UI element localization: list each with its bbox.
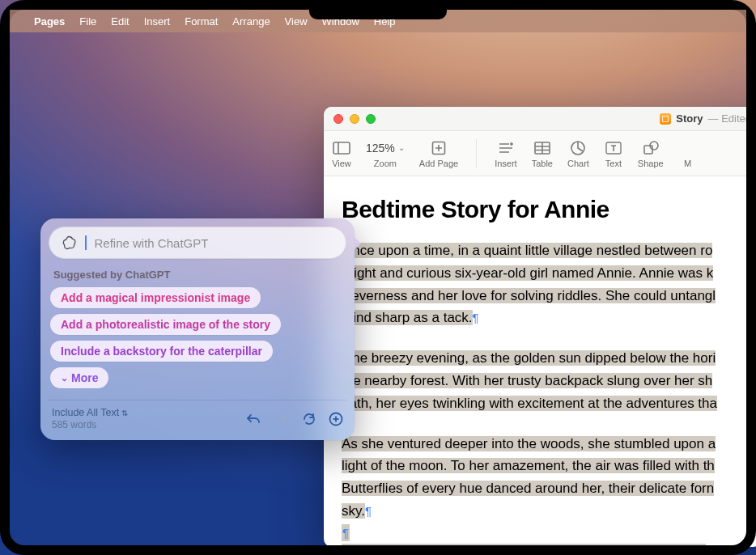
sidebar-icon: [332, 139, 351, 157]
menu-edit[interactable]: Edit: [111, 15, 129, 28]
shape-tool[interactable]: Shape: [638, 139, 664, 168]
chatgpt-icon: [61, 235, 77, 251]
more-label: M: [684, 159, 691, 168]
text-icon: [604, 139, 623, 157]
more-label: More: [71, 371, 98, 384]
chevron-down-icon: ⌄: [61, 373, 68, 383]
chevron-down-icon: ⌄: [398, 143, 405, 152]
table-label: Table: [532, 159, 553, 168]
more-tool[interactable]: M: [678, 139, 698, 168]
svg-rect-16: [644, 146, 652, 154]
refine-input-pill[interactable]: [49, 227, 346, 259]
menu-file[interactable]: File: [79, 15, 96, 28]
scope-label: Include All Text: [52, 407, 119, 418]
p3-l3: Butterflies of every hue danced around h…: [342, 481, 714, 496]
p1-l1: Once upon a time, in a quaint little vil…: [342, 243, 712, 258]
shape-label: Shape: [638, 159, 664, 168]
minimize-button[interactable]: [350, 114, 359, 124]
p3-l2: light of the moon. To her amazement, the…: [342, 458, 715, 473]
document-title[interactable]: Story — Edited: [660, 112, 751, 125]
pages-window: Story — Edited View 125% ⌄ Zoom Add Page: [324, 107, 756, 547]
zoom-tool[interactable]: 125% ⌄ Zoom: [366, 139, 405, 168]
view-tool[interactable]: View: [332, 139, 351, 168]
pilcrow-icon: ¶: [473, 311, 479, 324]
pilcrow-icon: ¶: [706, 544, 712, 547]
p1-l4: mind sharp as a tack.: [342, 310, 473, 325]
device-notch: [309, 0, 447, 19]
suggested-by-label: Suggested by ChatGPT: [53, 269, 342, 281]
document-icon: [660, 113, 671, 125]
suggestion-chip-3[interactable]: Include a backstory for the caterpillar: [50, 341, 273, 362]
insert-tool[interactable]: Insert: [495, 139, 517, 168]
zoom-label: Zoom: [374, 159, 397, 168]
add-page-tool[interactable]: Add Page: [419, 139, 458, 168]
menu-insert[interactable]: Insert: [144, 15, 171, 28]
p2-l1: One breezy evening, as the golden sun di…: [342, 350, 716, 366]
p2-l3: path, her eyes twinkling with excitement…: [342, 396, 717, 411]
pilcrow-icon: ¶: [342, 524, 350, 541]
table-icon: [533, 139, 552, 157]
redo-icon[interactable]: [274, 412, 288, 426]
zoom-value: 125%: [366, 142, 395, 155]
scope-selector[interactable]: Include All Text ⇅: [52, 407, 128, 418]
suggestion-chip-2[interactable]: Add a photorealistic image of the story: [50, 314, 281, 335]
chart-tool[interactable]: Chart: [567, 139, 589, 168]
window-controls: [333, 114, 376, 124]
more-chip[interactable]: ⌄ More: [50, 367, 108, 388]
p4-l1: "Wow," Annie whispered in awe, her eyes …: [342, 544, 706, 547]
chart-label: Chart: [567, 159, 589, 168]
text-label: Text: [605, 159, 622, 168]
insert-icon: [496, 139, 516, 157]
more-icon: [678, 139, 698, 157]
add-page-label: Add Page: [419, 159, 458, 168]
pilcrow-icon: ¶: [365, 504, 372, 518]
popover-footer: Include All Text ⇅ 585 words: [49, 400, 346, 432]
word-count: 585 words: [52, 419, 128, 430]
menubar-app[interactable]: Pages: [34, 15, 65, 28]
text-cursor: [85, 235, 87, 250]
p1-l2: bright and curious six-year-old girl nam…: [342, 265, 713, 281]
suggestion-chips: Add a magical impressionist image Add a …: [49, 287, 346, 388]
undo-icon[interactable]: [246, 412, 261, 426]
document-heading: Bedtime Story for Annie: [342, 193, 756, 227]
p2-l2: the nearby forest. With her trusty backp…: [342, 373, 712, 388]
chart-icon: [568, 139, 588, 157]
view-label: View: [332, 159, 351, 168]
svg-rect-0: [333, 142, 350, 154]
updown-icon: ⇅: [121, 409, 128, 417]
p1-l3: cleverness and her love for solving ridd…: [342, 288, 716, 303]
text-tool[interactable]: Text: [604, 139, 623, 168]
insert-label: Insert: [495, 159, 517, 168]
chatgpt-popover: Suggested by ChatGPT Add a magical impre…: [40, 218, 355, 440]
p3-l1: As she ventured deeper into the woods, s…: [342, 436, 716, 451]
document-body[interactable]: Bedtime Story for Annie Once upon a time…: [324, 176, 756, 547]
menu-format[interactable]: Format: [185, 15, 218, 28]
plus-square-icon: [429, 139, 448, 157]
toolbar-divider: [476, 139, 477, 168]
table-tool[interactable]: Table: [532, 139, 553, 168]
toolbar: View 125% ⌄ Zoom Add Page Insert: [324, 131, 756, 176]
add-icon[interactable]: [329, 412, 343, 426]
refine-input[interactable]: [95, 236, 335, 250]
fullscreen-button[interactable]: [366, 114, 376, 124]
close-button[interactable]: [333, 114, 343, 124]
menu-view[interactable]: View: [285, 15, 308, 28]
shape-icon: [641, 139, 660, 157]
menu-arrange[interactable]: Arrange: [232, 15, 270, 28]
p3-l4: sky.: [342, 503, 365, 519]
titlebar: Story — Edited: [324, 107, 756, 131]
refresh-icon[interactable]: [301, 412, 316, 426]
document-name: Story: [676, 112, 703, 125]
edited-label: — Edited: [708, 112, 751, 125]
suggestion-chip-1[interactable]: Add a magical impressionist image: [50, 287, 261, 308]
